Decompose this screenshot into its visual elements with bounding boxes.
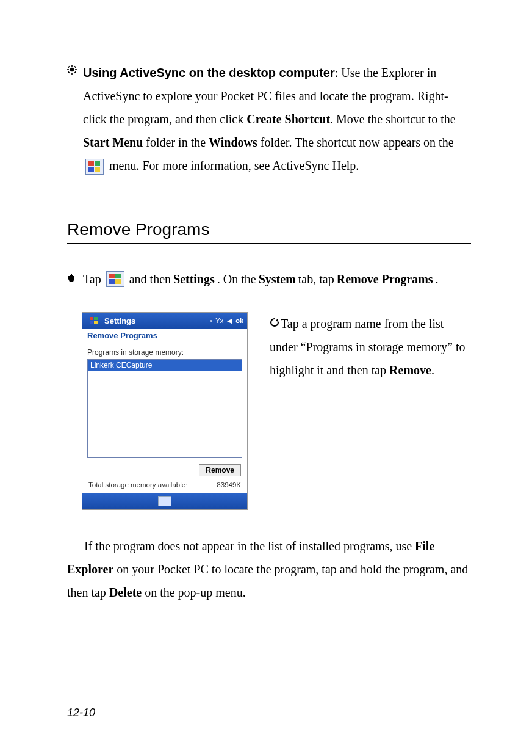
storage-available-value: 83949K <box>217 481 241 489</box>
tap-b3: Remove Programs <box>337 268 433 290</box>
svg-rect-7 <box>68 71 70 73</box>
svg-rect-2 <box>71 73 73 75</box>
figure-wrapper: Settings ▫ Yx ◀ ok Remove Programs Progr… <box>67 312 248 510</box>
tap-end: . <box>436 268 439 290</box>
windows-logo-icon <box>85 159 104 175</box>
speaker-icon: ◀ <box>227 317 232 325</box>
titlebar-status-icons: ▫ Yx ◀ ok <box>209 317 243 325</box>
document-page: Using ActiveSync on the desktop computer… <box>0 0 532 756</box>
windows-logo-icon <box>88 316 99 325</box>
text-b: . Move the shortcut to the <box>330 112 456 126</box>
tap-instruction: Tap and then Settings . On the System ta… <box>67 268 471 290</box>
ok-button[interactable]: ok <box>235 317 243 324</box>
activesync-paragraph: Using ActiveSync on the desktop computer… <box>83 61 471 177</box>
svg-rect-8 <box>74 66 76 68</box>
remove-programs-heading: Remove Programs <box>67 220 471 244</box>
storage-available-row: Total storage memory available: 83949K <box>82 478 247 493</box>
text-c: folder in the <box>143 136 209 149</box>
programs-list-label: Programs in storage memory: <box>82 344 247 359</box>
activesync-bullet-item: Using ActiveSync on the desktop computer… <box>67 61 471 177</box>
svg-rect-4 <box>75 69 77 70</box>
antenna-icon: Yx <box>215 317 223 324</box>
svg-rect-5 <box>68 66 70 68</box>
tap-b1: Settings <box>173 268 215 290</box>
svg-rect-6 <box>74 71 76 73</box>
svg-rect-3 <box>67 69 69 70</box>
text-d: folder. The shortcut now appears on the <box>257 136 454 149</box>
pocketpc-subtitle: Remove Programs <box>82 329 247 344</box>
pocketpc-screenshot: Settings ▫ Yx ◀ ok Remove Programs Progr… <box>82 312 248 510</box>
hand-icon <box>67 269 78 289</box>
pocketpc-titlebar: Settings ▫ Yx ◀ ok <box>82 313 247 329</box>
programs-listbox[interactable]: Linkerk CECapture <box>87 359 242 458</box>
button-row: Remove <box>82 458 247 478</box>
final-t3: on the pop-up menu. <box>142 586 246 599</box>
list-item[interactable]: Linkerk CECapture <box>88 360 242 371</box>
figure-row: Settings ▫ Yx ◀ ok Remove Programs Progr… <box>67 312 471 510</box>
page-number: 12-10 <box>67 707 95 719</box>
pocketpc-bottombar <box>82 493 247 509</box>
side-instruction: Tap a program name from the list under “… <box>270 312 471 382</box>
pocketpc-title: Settings <box>104 316 135 325</box>
signal-icon: ▫ <box>209 317 212 324</box>
bold-windows: Windows <box>209 136 257 149</box>
keyboard-icon[interactable] <box>158 496 171 506</box>
side-bold-remove: Remove <box>389 363 431 377</box>
bullet-title: Using ActiveSync on the desktop computer <box>83 66 335 79</box>
refresh-icon <box>270 313 279 334</box>
final-b2: Delete <box>109 586 142 599</box>
side-text-a: Tap a program name from the list under “… <box>270 317 465 377</box>
tap-mid: and then <box>129 268 171 290</box>
remove-button[interactable]: Remove <box>199 464 241 476</box>
text-e: menu. For more information, see ActiveSy… <box>106 159 359 172</box>
tap-pre: Tap <box>83 268 101 290</box>
svg-rect-1 <box>71 65 73 67</box>
side-end: . <box>431 363 434 377</box>
final-t1: If the program does not appear in the li… <box>84 539 415 553</box>
bold-start-menu: Start Menu <box>83 136 143 149</box>
gear-icon <box>67 65 77 77</box>
windows-logo-icon <box>106 271 124 287</box>
final-paragraph: If the program does not appear in the li… <box>67 534 471 604</box>
storage-available-label: Total storage memory available: <box>88 481 187 489</box>
svg-point-0 <box>70 68 74 71</box>
bold-create-shortcut: Create Shortcut <box>246 112 330 126</box>
tap-t2: . On the <box>217 268 256 290</box>
tap-b2: System <box>259 268 296 290</box>
tap-t3: tab, tap <box>298 268 334 290</box>
